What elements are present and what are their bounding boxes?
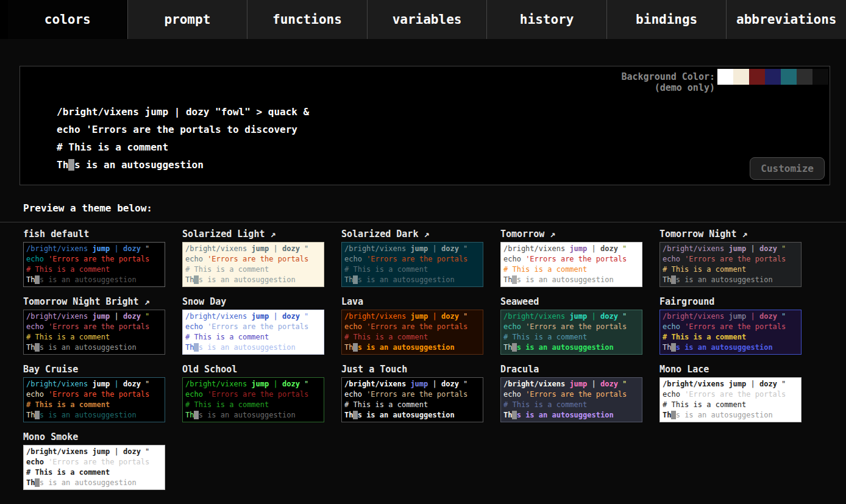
theme-sample-line: # This is a comment: [26, 400, 162, 410]
theme-sample-line: This is an autosuggestion: [185, 275, 321, 285]
background-color-swatch[interactable]: [749, 69, 765, 85]
theme-name: Solarized Dark ↗: [341, 229, 483, 241]
background-color-swatch[interactable]: [717, 69, 733, 85]
token-quote: ": [459, 380, 467, 388]
cursor-block: i: [671, 275, 675, 284]
theme-name: Mono Lace: [659, 364, 802, 376]
token-path: /bright/vixens: [663, 312, 728, 321]
theme-sample-line: echo 'Errors are the portals: [26, 457, 162, 467]
external-link-icon[interactable]: ↗: [544, 229, 555, 240]
theme-preview-lava[interactable]: /bright/vixens jump | dozy "echo 'Errors…: [341, 310, 483, 355]
background-color-swatch[interactable]: [781, 69, 797, 85]
theme-sample-line: /bright/vixens jump | dozy ": [503, 311, 639, 322]
theme-preview-just-a-touch[interactable]: /bright/vixens jump | dozy "echo 'Errors…: [341, 377, 483, 422]
background-color-swatch[interactable]: [733, 69, 749, 85]
token-dozy: dozy: [759, 312, 777, 321]
theme-card-fairground: Fairground/bright/vixens jump | dozy "ec…: [659, 296, 802, 355]
theme-sample-line: echo 'Errors are the portals: [185, 322, 321, 332]
theme-sample-line: /bright/vixens jump | dozy ": [663, 379, 798, 389]
theme-preview-snow-day[interactable]: /bright/vixens jump | dozy "echo 'Errors…: [182, 310, 324, 355]
token-dozy: dozy: [123, 380, 141, 388]
theme-sample-line: # This is a comment: [344, 264, 480, 275]
tab-prompt[interactable]: prompt: [127, 0, 247, 39]
theme-sample-line: echo 'Errors are the portals: [185, 254, 321, 264]
background-color-label: Background Color: (demo only): [621, 71, 715, 93]
token-comment: # This is a comment: [663, 265, 746, 274]
tab-functions[interactable]: functions: [247, 0, 367, 39]
theme-card-fish-default: fish default/bright/vixens jump | dozy "…: [23, 229, 165, 287]
theme-preview-bay-cruise[interactable]: /bright/vixens jump | dozy "echo 'Errors…: [23, 377, 165, 422]
theme-card-lava: Lava/bright/vixens jump | dozy "echo 'Er…: [341, 296, 483, 355]
fish-config-app: colorspromptfunctionsvariableshistorybin…: [0, 0, 846, 490]
token-comment: # This is a comment: [344, 400, 428, 409]
external-link-icon[interactable]: ↗: [265, 229, 275, 240]
tab-variables[interactable]: variables: [367, 0, 487, 39]
tab-bindings[interactable]: bindings: [606, 0, 727, 39]
theme-sample-line: /bright/vixens jump | dozy ": [185, 311, 321, 322]
token-jump: jump: [728, 312, 746, 321]
external-link-icon[interactable]: ↗: [139, 296, 150, 307]
token-autosuggest: s is an autosuggestion: [40, 275, 137, 284]
cursor-block: i: [512, 411, 516, 419]
theme-preview-fairground[interactable]: /bright/vixens jump | dozy "echo 'Errors…: [659, 310, 802, 355]
theme-preview-mono-smoke[interactable]: /bright/vixens jump | dozy "echo 'Errors…: [23, 445, 165, 490]
cursor-block: i: [35, 478, 39, 487]
token-error: 'Errors are the portals: [684, 390, 786, 399]
token-dozy: dozy: [600, 244, 618, 253]
tab-abbreviations[interactable]: abbreviations: [726, 0, 846, 39]
theme-name-text: Seaweed: [500, 296, 539, 307]
theme-preview-solarized-dark[interactable]: /bright/vixens jump | dozy "echo 'Errors…: [341, 242, 483, 287]
customize-button[interactable]: Customize: [750, 157, 825, 180]
token-echo: echo: [185, 390, 207, 399]
token-path: /bright/vixens: [26, 244, 92, 253]
token-autosuggest: s is an autosuggestion: [676, 411, 773, 419]
theme-name: Just a Touch: [341, 364, 483, 376]
external-link-icon[interactable]: ↗: [736, 229, 747, 240]
token-pipe: |: [110, 380, 123, 388]
theme-preview-solarized-light[interactable]: /bright/vixens jump | dozy "echo 'Errors…: [182, 242, 324, 287]
cursor-block: i: [671, 411, 675, 419]
token-dozy: dozy: [282, 312, 300, 321]
token-echo: echo: [26, 390, 48, 399]
cursor-block: i: [353, 411, 357, 419]
token-error: 'Errors are the portals: [48, 322, 149, 331]
token-jump: jump: [410, 244, 428, 253]
theme-preview-mono-lace[interactable]: /bright/vixens jump | dozy "echo 'Errors…: [659, 377, 802, 422]
theme-preview-seaweed[interactable]: /bright/vixens jump | dozy "echo 'Errors…: [500, 310, 642, 355]
theme-card-tomorrow-night: Tomorrow Night ↗/bright/vixens jump | do…: [659, 229, 802, 287]
theme-name-text: Mono Lace: [659, 364, 709, 375]
theme-sample-line: /bright/vixens jump | dozy ": [26, 379, 162, 389]
theme-preview-old-school[interactable]: /bright/vixens jump | dozy "echo 'Errors…: [182, 377, 324, 422]
theme-preview-tomorrow[interactable]: /bright/vixens jump | dozy "echo 'Errors…: [500, 242, 642, 287]
tab-colors[interactable]: colors: [8, 0, 127, 39]
token-autosuggest: s is an autosuggestion: [517, 343, 614, 352]
background-color-swatch[interactable]: [765, 69, 781, 85]
token-typed: Th: [503, 411, 512, 419]
theme-sample-line: /bright/vixens jump | dozy ": [503, 379, 639, 389]
theme-preview-tomorrow-night-bright[interactable]: /bright/vixens jump | dozy "echo 'Errors…: [23, 310, 165, 355]
theme-name: Mono Smoke: [23, 431, 165, 444]
tab-history[interactable]: history: [486, 0, 606, 39]
external-link-icon[interactable]: ↗: [418, 229, 429, 240]
theme-card-snow-day: Snow Day/bright/vixens jump | dozy "echo…: [182, 296, 324, 355]
theme-sample-line: This is an autosuggestion: [663, 275, 798, 285]
background-color-swatch[interactable]: [797, 69, 812, 85]
token-path: /bright/vixens: [503, 244, 569, 253]
token-echo: echo: [185, 322, 207, 331]
theme-preview-dracula[interactable]: /bright/vixens jump | dozy "echo 'Errors…: [500, 377, 642, 422]
token-echo: echo: [185, 255, 207, 263]
token-autosuggest: s is an autosuggestion: [40, 478, 137, 487]
theme-card-bay-cruise: Bay Cruise/bright/vixens jump | dozy "ec…: [23, 364, 165, 422]
theme-name-text: Bay Cruise: [23, 364, 78, 375]
swatch-row: [717, 69, 828, 85]
theme-sample-line: # This is a comment: [663, 332, 798, 343]
theme-card-dracula: Dracula/bright/vixens jump | dozy "echo …: [500, 364, 642, 422]
theme-sample-line: echo 'Errors are the portals: [503, 254, 639, 264]
cursor-block: i: [512, 343, 516, 352]
theme-preview-fish-default[interactable]: /bright/vixens jump | dozy "echo 'Errors…: [23, 242, 165, 287]
token-path: /bright/vixens: [663, 380, 728, 388]
background-color-swatch[interactable]: [812, 69, 828, 85]
theme-preview-tomorrow-night[interactable]: /bright/vixens jump | dozy "echo 'Errors…: [659, 242, 802, 287]
theme-sample-line: /bright/vixens jump | dozy ": [663, 311, 798, 322]
token-typed: Th: [185, 343, 194, 352]
